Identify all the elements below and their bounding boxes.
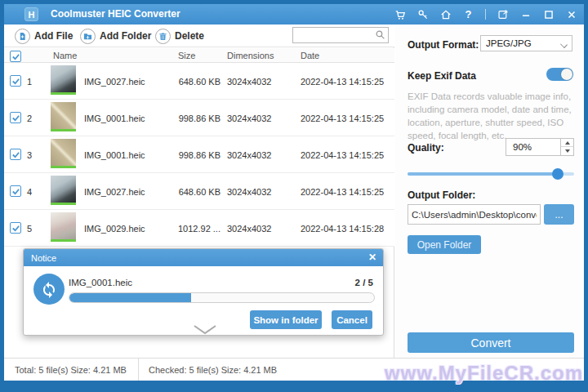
file-date: 2022-04-13 14:15:25 (301, 77, 384, 87)
sync-icon (33, 274, 65, 305)
file-thumbnail (51, 65, 76, 95)
watermark: www.MyFileCR.com (385, 362, 583, 385)
title-bar: H Coolmuster HEIC Converter ? (4, 4, 584, 24)
exif-description: EXIF Data records valuable image info, i… (408, 90, 574, 142)
file-thumbnail (51, 176, 76, 205)
window-frame: H Coolmuster HEIC Converter ? (0, 0, 588, 392)
toolbar: Add File Add Folder Delete (4, 24, 394, 47)
triangle-up-icon (565, 141, 570, 145)
file-thumbnail (51, 212, 76, 242)
progress-count: 2 / 5 (355, 278, 373, 287)
cancel-button[interactable]: Cancel (332, 310, 372, 329)
store-cart-icon[interactable] (394, 8, 406, 20)
slider-handle[interactable] (552, 168, 564, 180)
file-thumbnail (51, 102, 76, 131)
row-checkbox[interactable] (10, 222, 21, 234)
row-checkbox[interactable] (10, 185, 21, 197)
row-index: 3 (27, 150, 32, 160)
dialog-close-icon[interactable]: ✕ (368, 252, 376, 263)
file-name: IMG_0027.heic (84, 77, 145, 87)
quality-spinner[interactable]: 90% (506, 138, 574, 156)
file-size: 1012.92 ... (163, 224, 220, 234)
column-header-date[interactable]: Date (301, 51, 319, 60)
select-all-checkbox[interactable] (10, 51, 21, 62)
column-header-dimensions[interactable]: Dimensions (227, 51, 274, 60)
spinner-down-button[interactable] (561, 147, 573, 155)
file-size: 648.60 KB (163, 77, 220, 87)
column-header-size[interactable]: Size (178, 51, 195, 60)
output-format-select[interactable]: JPEG/JPG (480, 35, 572, 51)
progress-bar-fill (69, 293, 191, 302)
progress-bar (69, 292, 375, 303)
row-checkbox[interactable] (10, 112, 21, 123)
file-date: 2022-04-13 14:15:28 (301, 224, 384, 234)
file-size: 998.86 KB (163, 114, 220, 123)
titlebar-separator (485, 9, 486, 20)
search-icon (375, 29, 385, 40)
add-file-button[interactable]: Add File (15, 27, 73, 45)
dialog-title: Notice (31, 253, 56, 263)
file-dimensions: 3024x4032 (227, 150, 271, 160)
status-checked: Checked: 5 file(s) Size: 4.21 MB (139, 359, 277, 381)
file-name: IMG_0001.heic (84, 150, 145, 160)
file-thumbnail (51, 139, 76, 168)
output-folder-input[interactable] (408, 204, 541, 225)
add-folder-button[interactable]: Add Folder (80, 27, 151, 45)
feedback-icon[interactable] (497, 8, 509, 20)
browse-button[interactable]: ... (544, 204, 574, 225)
collapse-chevron-icon[interactable] (193, 324, 217, 335)
toggle-knob (561, 69, 572, 80)
output-format-value: JPEG/JPG (486, 38, 532, 48)
row-checkbox[interactable] (10, 75, 21, 87)
spinner-up-button[interactable] (561, 139, 573, 147)
file-name: IMG_0029.heic (84, 224, 145, 234)
table-row[interactable]: 4IMG_0027.heic648.60 KB3024x40322022-04-… (4, 173, 394, 210)
open-folder-button[interactable]: Open Folder (408, 235, 481, 254)
help-icon[interactable]: ? (462, 8, 474, 20)
app-window: H Coolmuster HEIC Converter ? (4, 4, 584, 381)
home-icon[interactable] (439, 8, 452, 20)
delete-label: Delete (175, 30, 204, 42)
maximize-icon[interactable] (542, 8, 555, 20)
convert-button[interactable]: Convert (408, 332, 574, 353)
file-dimensions: 3024x4032 (227, 187, 271, 197)
quality-slider-fill (408, 172, 558, 176)
table-row[interactable]: 1IMG_0027.heic648.60 KB3024x40322022-04-… (4, 63, 394, 100)
table-row[interactable]: 3IMG_0001.heic998.86 KB3024x40322022-04-… (4, 136, 394, 173)
quality-label: Quality: (408, 142, 444, 154)
quality-value: 90% (513, 142, 532, 152)
file-dimensions: 3024x4032 (227, 77, 271, 87)
column-header-name[interactable]: Name (53, 51, 77, 60)
triangle-down-icon (565, 149, 570, 153)
add-file-icon (15, 29, 30, 44)
chevron-down-icon (560, 41, 568, 48)
keep-exif-label: Keep Exif Data (408, 70, 476, 82)
row-checkbox[interactable] (10, 149, 21, 160)
delete-icon (155, 29, 171, 44)
quality-slider[interactable] (408, 168, 574, 180)
close-icon[interactable] (565, 8, 577, 20)
file-size: 998.86 KB (163, 150, 220, 160)
add-folder-icon (80, 29, 96, 44)
dialog-header[interactable]: Notice ✕ (24, 249, 383, 266)
row-index: 1 (27, 77, 32, 87)
delete-button[interactable]: Delete (155, 27, 204, 45)
add-folder-label: Add Folder (100, 30, 151, 42)
status-total: Total: 5 file(s) Size: 4.21 MB (4, 359, 139, 381)
row-index: 2 (27, 114, 32, 123)
table-header: Name Size Dimensions Date (4, 48, 394, 63)
table-row[interactable]: 5IMG_0029.heic1012.92 ...3024x40322022-0… (4, 210, 394, 247)
app-logo-icon: H (24, 7, 38, 21)
show-in-folder-button[interactable]: Show in folder (250, 310, 322, 329)
minimize-icon[interactable] (519, 8, 532, 20)
file-date: 2022-04-13 14:15:25 (301, 114, 384, 123)
table-row[interactable]: 2IMG_0001.heic998.86 KB3024x40322022-04-… (4, 100, 394, 136)
file-date: 2022-04-13 14:15:25 (301, 187, 384, 197)
keep-exif-toggle[interactable] (546, 68, 573, 81)
output-folder-label: Output Folder: (408, 189, 475, 201)
register-key-icon[interactable] (416, 8, 429, 20)
add-file-label: Add File (34, 30, 73, 42)
window-title: Coolmuster HEIC Converter (51, 8, 180, 20)
file-name: IMG_0027.heic (84, 187, 145, 197)
file-dimensions: 3024x4032 (227, 114, 271, 123)
